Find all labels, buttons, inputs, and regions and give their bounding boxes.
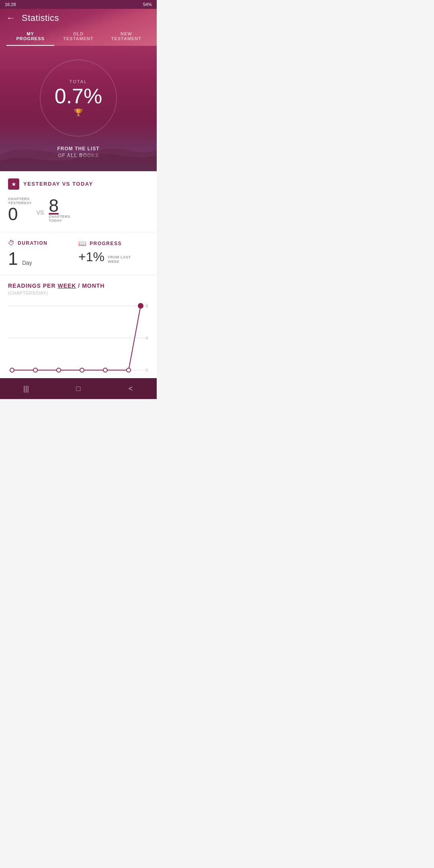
progress-value: +1% (78, 250, 104, 264)
home-button[interactable]: □ (70, 383, 86, 395)
tab-bar: MYPROGRESS OLDTESTAMENT NEWTESTAMENT (6, 28, 150, 46)
vs-label: VS (37, 209, 44, 216)
status-battery: 54% (143, 2, 152, 7)
progress-item: 📖 PROGRESS +1% FROM LASTWEEK (78, 240, 149, 268)
svg-point-10 (57, 368, 61, 372)
tab-old-testament[interactable]: OLDTESTAMENT (54, 28, 102, 46)
hero-section: TOTAL 0.7% 🏆 FROM THE LISTOF ALL BOOKS (0, 46, 157, 171)
back-button[interactable]: ← (6, 13, 15, 23)
from-week-label: FROM LASTWEEK (108, 255, 131, 264)
menu-button[interactable]: ||| (18, 383, 34, 395)
svg-point-9 (33, 368, 37, 372)
duration-value: 1 (8, 249, 18, 268)
svg-text:0: 0 (145, 368, 148, 373)
chart-section: READINGS PER WEEK / MONTH (CHAPTERS/DAY)… (0, 275, 157, 378)
star-icon: ★ (8, 178, 19, 190)
duration-item: ⏱ DURATION 1 Day (8, 240, 78, 268)
svg-text:8: 8 (145, 304, 148, 308)
svg-point-8 (10, 368, 14, 372)
clock-icon: ⏱ (8, 240, 14, 247)
trophy-icon: 🏆 (55, 108, 102, 117)
chart-subtitle: (CHAPTERS/DAY) (8, 291, 149, 295)
today-value: 8 (49, 197, 58, 215)
svg-point-13 (127, 368, 131, 372)
month-separator: / (76, 283, 82, 289)
book-icon: 📖 (78, 240, 86, 247)
chapters-today-item: 8 CHAPTERSTODAY (49, 197, 70, 223)
yesterday-vs-today-section: ★ YESTERDAY VS TODAY CHAPTERSYESTERDAY 0… (0, 171, 157, 233)
chart-title: READINGS PER WEEK / MONTH (8, 283, 149, 289)
header: ← Statistics MYPROGRESS OLDTESTAMENT NEW… (0, 9, 157, 46)
svg-point-11 (80, 368, 84, 372)
svg-point-12 (103, 368, 107, 372)
menu-icon: ||| (23, 385, 29, 393)
bottom-nav: ||| □ < (0, 378, 157, 399)
tab-new-testament[interactable]: NEWTESTAMENT (102, 28, 150, 46)
readings-per-label: READINGS PER (8, 283, 57, 289)
readings-chart: 8 4 0 (8, 302, 149, 374)
percent-value: 0.7% (55, 86, 102, 106)
back-nav-icon: < (129, 385, 133, 393)
yesterday-value: 0 (8, 205, 18, 223)
svg-point-14 (138, 303, 143, 308)
chapters-yesterday-item: CHAPTERSYESTERDAY 0 (8, 197, 32, 223)
tab-my-progress[interactable]: MYPROGRESS (6, 28, 54, 46)
status-time: 16:28 (5, 2, 16, 7)
chart-wrapper: 8 4 0 (8, 302, 149, 374)
content-area: ★ YESTERDAY VS TODAY CHAPTERSYESTERDAY 0… (0, 171, 157, 379)
chapters-today-label: CHAPTERSTODAY (49, 215, 70, 223)
back-nav-button[interactable]: < (123, 383, 139, 395)
total-label: TOTAL (55, 79, 102, 84)
progress-label: PROGRESS (90, 241, 122, 246)
yvt-row: CHAPTERSYESTERDAY 0 VS 8 CHAPTERSTODAY (8, 195, 149, 225)
page-title: Statistics (22, 13, 59, 23)
status-bar: 16:28 54% (0, 0, 157, 9)
yvt-section-label: YESTERDAY VS TODAY (23, 181, 93, 187)
home-icon: □ (76, 385, 81, 393)
svg-text:4: 4 (145, 336, 148, 340)
duration-sub: Day (22, 260, 32, 266)
week-label[interactable]: WEEK (57, 283, 76, 289)
progress-circle: TOTAL 0.7% 🏆 (34, 54, 123, 142)
duration-progress-section: ⏱ DURATION 1 Day 📖 PROGRESS +1% FROM LAS… (0, 232, 157, 275)
month-label[interactable]: MONTH (82, 283, 104, 289)
duration-label: DURATION (18, 240, 47, 246)
